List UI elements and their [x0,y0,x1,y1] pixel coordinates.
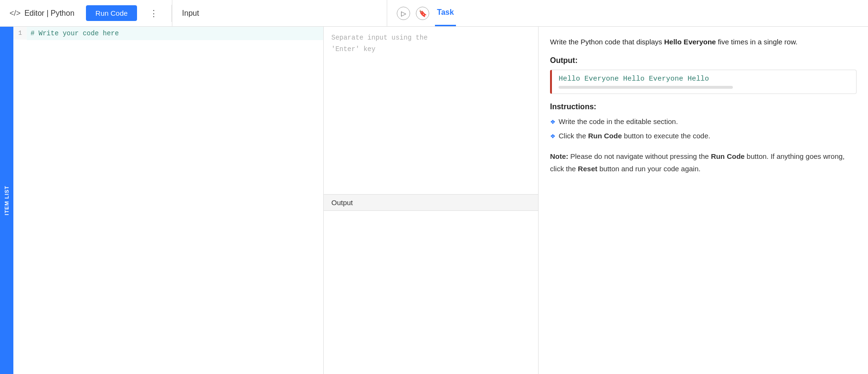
instructions-label: Instructions: [550,103,857,111]
note-text-3: button and run your code again. [597,165,700,173]
note-reset: Reset [578,165,597,173]
instruction-1-text: Write the code in the editable section. [559,116,678,127]
play-button[interactable]: ▷ [397,7,410,20]
task-tab-label: Task [437,8,454,17]
bookmark-icon: 🔖 [419,10,427,17]
task-section-header: ▷ 🔖 Task [387,0,868,26]
task-description-suffix: five times in a single row. [716,38,797,46]
input-header: Input [172,0,387,26]
line-number-1: 1 [13,27,27,40]
output-label: Output [331,198,353,207]
play-icon: ▷ [401,10,406,17]
code-icon: </> [10,9,21,18]
note-text: Note: Please do not navigate without pre… [550,150,857,175]
output-preview-box: Hello Everyone Hello Everyone Hello [550,70,857,94]
task-description: Write the Python code that displays Hell… [550,36,857,48]
input-placeholder-line2: 'Enter' key [331,44,530,55]
bookmark-button[interactable]: 🔖 [416,7,429,20]
output-area [324,211,538,374]
output-section-label: Output: [550,56,857,65]
instruction-2-text: Click the Run Code button to execute the… [559,130,710,142]
instructions-list: ❖ Write the code in the editable section… [550,116,857,142]
item-list-label: ITEM LIST [4,186,10,215]
note-text-1: Please do not navigate without pressing … [571,152,711,160]
kebab-menu-button[interactable]: ⋮ [146,6,162,21]
task-pane: Write the Python code that displays Hell… [539,27,868,374]
main-content: ITEM LIST 1 # Write your code here Separ… [0,27,868,374]
task-description-bold: Hello Everyone [664,38,716,46]
input-label: Input [182,9,199,18]
output-scroll-bar [559,86,733,89]
input-placeholder-line1: Separate input using the [331,32,530,44]
editor-title: Editor | Python [24,9,74,18]
editor-label: </> Editor | Python Run Code ⋮ [0,5,171,21]
instruction-2-bold: Run Code [588,132,622,140]
code-line-1: 1 # Write your code here [13,27,323,40]
input-area[interactable]: Separate input using the 'Enter' key [324,27,538,195]
top-bar: </> Editor | Python Run Code ⋮ Input ▷ 🔖… [0,0,868,27]
code-line-content-1: # Write your code here [27,27,323,40]
task-description-prefix: Write the Python code that displays [550,38,664,46]
bullet-1: ❖ [550,117,556,127]
code-editor-pane[interactable]: 1 # Write your code here [13,27,324,374]
instruction-item-2: ❖ Click the Run Code button to execute t… [550,130,857,142]
note-run-code: Run Code [711,152,745,160]
io-pane: Separate input using the 'Enter' key Out… [324,27,539,374]
input-placeholder: Separate input using the 'Enter' key [331,32,530,55]
item-list-sidebar[interactable]: ITEM LIST [0,27,13,374]
bullet-2: ❖ [550,132,556,142]
run-code-button[interactable]: Run Code [86,5,138,21]
output-preview-text: Hello Everyone Hello Everyone Hello [559,75,849,83]
note-label: Note: [550,152,571,160]
instruction-2-suffix: button to execute the code. [622,132,710,140]
task-tab[interactable]: Task [435,0,455,26]
instruction-2-prefix: Click the [559,132,588,140]
instruction-item-1: ❖ Write the code in the editable section… [550,116,857,127]
output-header: Output [324,195,538,211]
